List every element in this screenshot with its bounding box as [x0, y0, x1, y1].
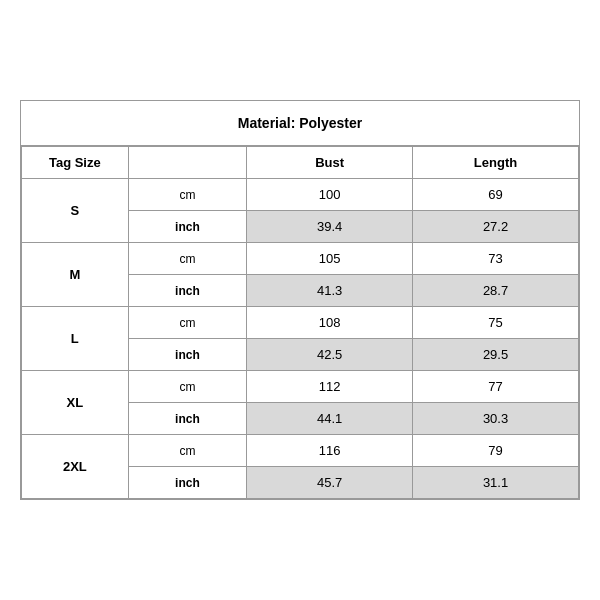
bust-cm: 105	[247, 243, 413, 275]
length-inch: 31.1	[413, 467, 579, 499]
table-row: Scm10069	[22, 179, 579, 211]
bust-inch: 41.3	[247, 275, 413, 307]
size-label: XL	[22, 371, 129, 435]
size-label: 2XL	[22, 435, 129, 499]
length-cm: 69	[413, 179, 579, 211]
unit-inch: inch	[128, 339, 247, 371]
length-cm: 75	[413, 307, 579, 339]
bust-inch: 39.4	[247, 211, 413, 243]
table-row: XLcm11277	[22, 371, 579, 403]
header-empty	[128, 147, 247, 179]
chart-title: Material: Polyester	[21, 101, 579, 146]
table-row: Mcm10573	[22, 243, 579, 275]
bust-cm: 112	[247, 371, 413, 403]
size-label: M	[22, 243, 129, 307]
length-cm: 79	[413, 435, 579, 467]
table-row: Lcm10875	[22, 307, 579, 339]
size-label: S	[22, 179, 129, 243]
table-row: 2XLcm11679	[22, 435, 579, 467]
bust-inch: 42.5	[247, 339, 413, 371]
bust-cm: 100	[247, 179, 413, 211]
unit-inch: inch	[128, 275, 247, 307]
size-label: L	[22, 307, 129, 371]
header-bust: Bust	[247, 147, 413, 179]
unit-cm: cm	[128, 179, 247, 211]
unit-inch: inch	[128, 211, 247, 243]
length-inch: 28.7	[413, 275, 579, 307]
bust-inch: 45.7	[247, 467, 413, 499]
size-table: Tag Size Bust Length Scm10069inch39.427.…	[21, 146, 579, 499]
bust-cm: 108	[247, 307, 413, 339]
bust-cm: 116	[247, 435, 413, 467]
length-inch: 27.2	[413, 211, 579, 243]
header-tag-size: Tag Size	[22, 147, 129, 179]
unit-cm: cm	[128, 307, 247, 339]
length-inch: 30.3	[413, 403, 579, 435]
unit-cm: cm	[128, 243, 247, 275]
size-chart: Material: Polyester Tag Size Bust Length…	[20, 100, 580, 500]
bust-inch: 44.1	[247, 403, 413, 435]
header-length: Length	[413, 147, 579, 179]
unit-inch: inch	[128, 403, 247, 435]
unit-cm: cm	[128, 371, 247, 403]
unit-inch: inch	[128, 467, 247, 499]
unit-cm: cm	[128, 435, 247, 467]
length-inch: 29.5	[413, 339, 579, 371]
length-cm: 73	[413, 243, 579, 275]
length-cm: 77	[413, 371, 579, 403]
